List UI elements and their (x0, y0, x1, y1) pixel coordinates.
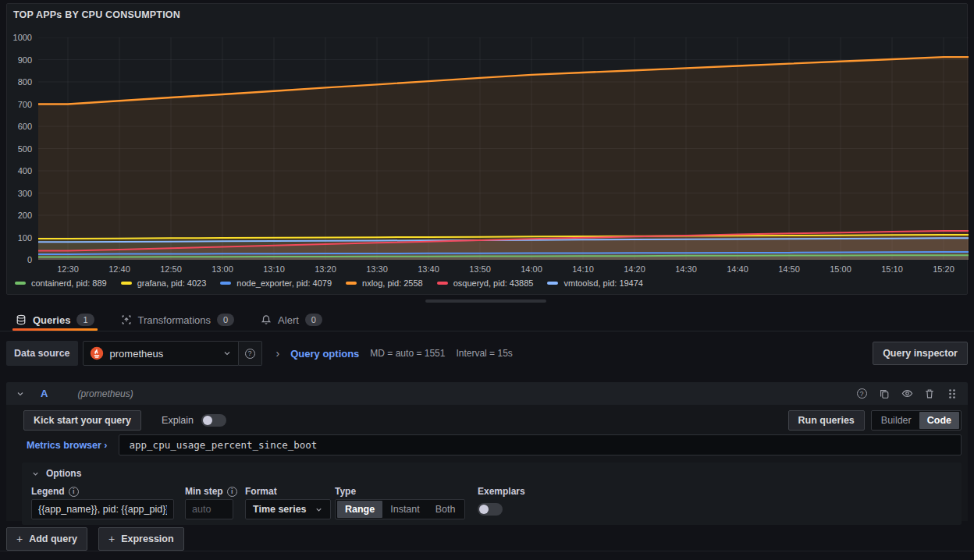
type-field-label: Type (335, 486, 356, 497)
y-tick-label: 800 (18, 77, 32, 87)
drag-dots-icon (947, 388, 957, 399)
code-option[interactable]: Code (919, 412, 959, 429)
query-help-button[interactable]: ? (855, 388, 868, 400)
x-tick-label: 13:30 (366, 264, 388, 274)
add-expression-button[interactable]: + Expression (98, 527, 184, 551)
type-instant-option[interactable]: Instant (382, 501, 428, 518)
run-queries-button[interactable]: Run queries (788, 410, 865, 431)
options-section: Options Legendi Min stepi Format Time se… (22, 463, 962, 525)
series-swatch (346, 282, 357, 285)
metrics-browser-label: Metrics browser (27, 440, 101, 451)
legend-item[interactable]: containerd, pid: 889 (15, 278, 107, 288)
bottom-divider (0, 551, 974, 551)
tab-badge: 1 (76, 314, 94, 326)
y-tick-label: 100 (18, 233, 32, 243)
promql-expression: app_cpu_usage_percent_since_boot (130, 439, 318, 451)
x-tick-label: 12:50 (160, 264, 182, 274)
chevron-down-icon (315, 505, 323, 514)
query-options-toggle[interactable]: Query options (290, 348, 359, 360)
add-query-button[interactable]: + Add query (6, 527, 87, 551)
info-icon: i (69, 487, 79, 497)
type-both-option[interactable]: Both (428, 501, 464, 518)
horizontal-scrollbar[interactable] (425, 299, 546, 303)
tab-label: Transformations (138, 314, 211, 326)
delete-query-button[interactable] (923, 388, 936, 400)
tab-badge: 0 (217, 314, 234, 326)
format-select[interactable]: Time series (245, 499, 331, 519)
add-query-label: Add query (29, 533, 77, 544)
trash-icon (924, 388, 935, 399)
prometheus-icon (90, 346, 104, 360)
options-header[interactable]: Options (31, 468, 81, 479)
query-row-header[interactable]: A (prometheus) ? (6, 382, 968, 405)
tab-label: Queries (33, 314, 70, 326)
format-value: Time series (253, 504, 307, 515)
y-tick-label: 400 (18, 166, 32, 175)
series-swatch (121, 282, 132, 285)
exemplars-control (478, 499, 503, 519)
drag-handle[interactable] (946, 388, 958, 400)
bell-icon (261, 314, 272, 325)
y-tick-label: 1000 (13, 33, 32, 42)
promql-expression-input[interactable]: app_cpu_usage_percent_since_boot (119, 434, 962, 455)
x-tick-label: 14:10 (572, 264, 594, 274)
y-tick-label: 200 (18, 211, 32, 220)
x-tick-label: 15:00 (830, 264, 851, 274)
hide-query-button[interactable] (901, 388, 913, 400)
datasource-picker[interactable]: prometheus (83, 341, 239, 366)
toggle-knob (479, 505, 489, 514)
chart-plot-area[interactable] (38, 37, 969, 260)
legend-input[interactable] (31, 499, 174, 519)
metrics-browser-toggle[interactable]: Metrics browser › (27, 440, 108, 451)
datasource-label: Data source (6, 341, 78, 366)
format-field-label: Format (245, 486, 277, 497)
type-range-option[interactable]: Range (337, 501, 382, 518)
tab-transformations[interactable]: Transformations 0 (118, 309, 238, 331)
tab-queries[interactable]: Queries 1 (12, 309, 98, 331)
x-tick-label: 14:50 (778, 264, 800, 274)
query-editor-body: Kick start your query Explain Run querie… (6, 405, 968, 521)
query-footer: + Add query + Expression (6, 527, 184, 551)
x-tick-label: 15:20 (933, 264, 954, 274)
kick-start-query-button[interactable]: Kick start your query (23, 410, 141, 431)
legend-item[interactable]: grafana, pid: 4023 (121, 278, 207, 288)
x-tick-label: 12:40 (108, 264, 130, 274)
x-tick-label: 13:40 (418, 264, 439, 274)
chevron-down-icon (222, 349, 232, 358)
legend-item[interactable]: nxlog, pid: 2558 (346, 278, 423, 288)
legend-item[interactable]: node_exporter, pid: 4079 (220, 278, 332, 288)
legend-item[interactable]: osqueryd, pid: 43885 (437, 278, 534, 288)
x-tick-label: 14:40 (727, 264, 748, 274)
collapse-chevron-icon[interactable] (16, 389, 25, 399)
help-icon: ? (245, 349, 255, 359)
tab-alert[interactable]: Alert 0 (258, 309, 325, 331)
x-tick-label: 12:30 (57, 264, 79, 274)
query-options-summary-md: MD = auto = 1551 (370, 348, 445, 359)
legend-field-label: Legendi (31, 486, 79, 497)
duplicate-query-button[interactable] (878, 388, 890, 400)
y-tick-label: 700 (18, 100, 32, 109)
explain-toggle[interactable] (201, 414, 226, 427)
exemplars-field-label: Exemplars (478, 486, 525, 497)
datasource-help-button[interactable]: ? (239, 341, 262, 366)
info-icon: i (227, 487, 237, 497)
exemplars-toggle[interactable] (478, 503, 503, 516)
builder-option[interactable]: Builder (873, 412, 919, 429)
chart-legend: containerd, pid: 889 grafana, pid: 4023 … (15, 278, 643, 288)
min-step-input[interactable] (185, 499, 233, 519)
plus-icon: + (108, 533, 115, 545)
timeseries-chart (38, 37, 969, 260)
help-icon: ? (857, 388, 867, 399)
legend-label: nxlog, pid: 2558 (362, 278, 423, 288)
metrics-browser-row: Metrics browser › app_cpu_usage_percent_… (27, 434, 962, 455)
run-builder-group: Run queries Builder Code (788, 410, 962, 431)
query-ref-id: A (41, 388, 48, 399)
query-inspector-button[interactable]: Query inspector (873, 342, 968, 365)
x-tick-label: 14:00 (521, 264, 542, 274)
x-tick-label: 15:10 (881, 264, 903, 274)
x-tick-label: 13:50 (469, 264, 491, 274)
grafana-panel-editor: TOP APPs BY CPU CONSUMPTION 010020030040… (0, 0, 974, 560)
legend-item[interactable]: vmtoolsd, pid: 19474 (547, 278, 643, 288)
y-tick-label: 0 (27, 255, 32, 264)
timeseries-panel: TOP APPs BY CPU CONSUMPTION 010020030040… (6, 3, 968, 295)
